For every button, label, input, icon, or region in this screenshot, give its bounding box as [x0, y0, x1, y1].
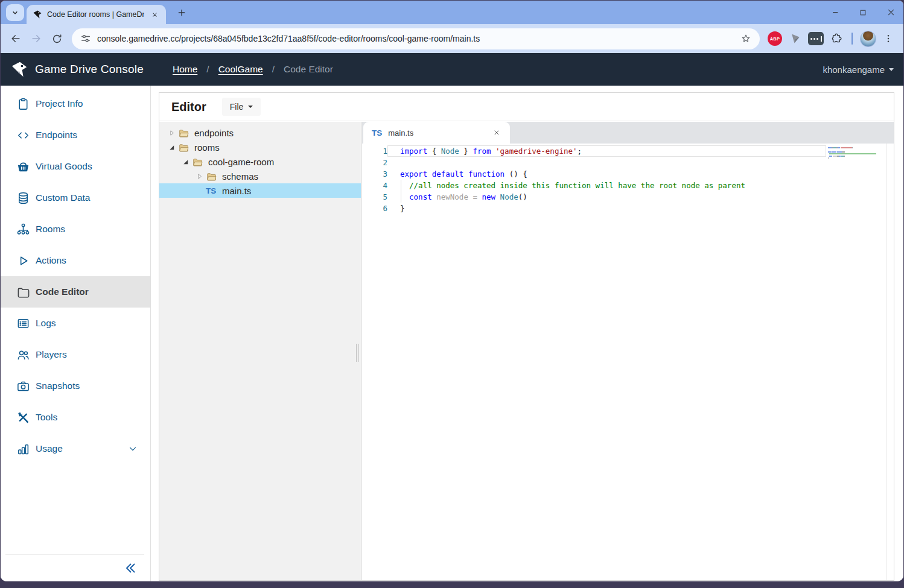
close-window-button[interactable] [884, 6, 897, 19]
sidebar-item-virtual-goods[interactable]: Virtual Goods [1, 151, 150, 182]
editor-tab-close-icon[interactable] [492, 128, 501, 138]
tab-search-button[interactable] [6, 4, 24, 21]
code-text: export default function () { [387, 168, 826, 180]
editor-tab-maints[interactable]: TS main.ts [363, 122, 510, 144]
sidebar-item-logs[interactable]: Logs [1, 308, 150, 339]
chevron-down-icon [127, 443, 138, 454]
tree-item-label: schemas [222, 171, 258, 182]
caret-down-icon [248, 106, 253, 108]
back-button[interactable] [5, 28, 26, 49]
browser-menu-button[interactable] [878, 28, 899, 49]
minimap[interactable] [828, 147, 877, 159]
sidebar-item-actions[interactable]: Actions [1, 245, 150, 276]
camera-icon [15, 378, 31, 394]
sidebar-item-endpoints[interactable]: Endpoints [1, 119, 150, 151]
folder-icon [15, 284, 31, 300]
toolbar-separator [851, 33, 853, 45]
omnibox[interactable]: console.gamedrive.cc/projects/68a045fbde… [72, 28, 760, 49]
sidebar-collapse-button[interactable] [121, 558, 141, 578]
browser-titlebar: Code Editor rooms | GameDrive [1, 1, 903, 24]
sidebar-item-label: Custom Data [36, 192, 90, 203]
code-line-2[interactable]: 2 [362, 157, 894, 168]
sidebar-item-tools[interactable]: Tools [1, 402, 150, 433]
line-number: 1 [362, 145, 387, 157]
breadcrumb-coolgame[interactable]: CoolGame [218, 64, 263, 75]
forward-button[interactable] [26, 28, 46, 49]
folder-icon [192, 156, 207, 167]
sidebar-item-label: Code Editor [36, 286, 89, 297]
reload-icon [51, 33, 63, 45]
sidebar-divider [5, 554, 144, 555]
sidebar-item-label: Usage [36, 443, 63, 454]
tree-collapse-toggle[interactable] [165, 142, 178, 152]
tab-close-icon[interactable] [149, 9, 160, 20]
line-number: 6 [362, 203, 387, 214]
players-icon [15, 347, 31, 362]
tree-expand-toggle[interactable] [193, 171, 206, 181]
sidebar-item-label: Virtual Goods [36, 161, 92, 172]
typescript-file-icon: TS [206, 186, 221, 195]
extensions-puzzle-icon[interactable] [828, 30, 845, 47]
database-icon [15, 190, 31, 206]
forward-arrow-icon [30, 33, 42, 45]
sidebar-item-code-editor[interactable]: Code Editor [1, 276, 150, 308]
browser-tab-title: Code Editor rooms | GameDrive [47, 10, 144, 19]
chevron-down-icon [11, 8, 19, 17]
profile-avatar[interactable] [859, 30, 876, 47]
sidebar-item-usage[interactable]: Usage [1, 433, 150, 464]
site-info-icon[interactable] [80, 33, 91, 44]
tree-scrollbar-thumb[interactable] [356, 344, 359, 362]
code-text: import { Node } from 'gamedrive-engine'; [387, 145, 826, 157]
code-line-1[interactable]: 1import { Node } from 'gamedrive-engine'… [362, 145, 894, 157]
tree-collapse-toggle[interactable] [179, 157, 192, 166]
editor-scrollbar[interactable] [886, 144, 894, 580]
sidebar-item-custom-data[interactable]: Custom Data [1, 182, 150, 213]
adblock-extension-icon[interactable]: ABP [766, 30, 783, 47]
breadcrumb-home[interactable]: Home [173, 64, 197, 75]
tree-item-rooms[interactable]: rooms [159, 140, 361, 154]
user-menu[interactable]: khonkaengame [823, 65, 894, 75]
file-menu-button[interactable]: File [222, 98, 261, 116]
tree-item-endpoints[interactable]: endpoints [159, 125, 361, 140]
sidebar-item-rooms[interactable]: Rooms [1, 213, 150, 245]
folder-icon [178, 127, 193, 138]
tools-icon [15, 409, 31, 425]
app-header: Game Drive Console Home/CoolGame/Code Ed… [1, 53, 903, 86]
tree-item-cool-game-room[interactable]: cool-game-room [159, 154, 361, 169]
tree-item-main-ts[interactable]: TSmain.ts [159, 183, 361, 198]
basket-icon [15, 159, 31, 174]
minimize-button[interactable] [829, 6, 842, 19]
caret-down-icon [889, 68, 894, 71]
maximize-button[interactable] [856, 6, 870, 19]
sidebar-item-project-info[interactable]: Project Info [1, 88, 150, 119]
code-text: //all nodes created inside this function… [387, 180, 826, 191]
code-line-4[interactable]: 4 //all nodes created inside this functi… [362, 180, 894, 191]
sidebar: Project InfoEndpointsVirtual GoodsCustom… [1, 86, 151, 581]
code-lines: 1import { Node } from 'gamedrive-engine'… [362, 145, 894, 214]
sidebar-item-label: Logs [36, 318, 56, 329]
folder-icon [206, 171, 221, 182]
tree-item-schemas[interactable]: schemas [159, 169, 361, 183]
code-line-3[interactable]: 3export default function () { [362, 168, 894, 180]
chevrons-left-icon [124, 561, 138, 575]
sidebar-item-snapshots[interactable]: Snapshots [1, 370, 150, 402]
line-number: 2 [362, 157, 387, 168]
browser-tab[interactable]: Code Editor rooms | GameDrive [27, 5, 166, 24]
url-text[interactable]: console.gamedrive.cc/projects/68a045fbde… [97, 34, 734, 43]
clipboard-icon [15, 96, 31, 112]
app-title: Game Drive Console [35, 63, 144, 76]
new-tab-button[interactable] [174, 5, 189, 20]
tree-expand-toggle[interactable] [165, 128, 178, 138]
browser-toolbar: console.gamedrive.cc/projects/68a045fbde… [1, 24, 903, 53]
code-editor-area[interactable]: 1import { Node } from 'gamedrive-engine'… [362, 144, 894, 580]
plane-extension-icon[interactable] [787, 30, 804, 47]
bookmark-star-icon[interactable] [740, 33, 751, 44]
code-line-5[interactable]: 5 const newNode = new Node() [362, 191, 894, 203]
code-line-6[interactable]: 6} [362, 203, 894, 214]
page-content: Game Drive Console Home/CoolGame/Code Ed… [1, 53, 903, 581]
file-tree: endpointsroomscool-game-roomschemasTSmai… [159, 125, 361, 198]
ellipsis-extension-icon[interactable] [807, 30, 824, 47]
sidebar-item-label: Players [36, 349, 67, 360]
sidebar-item-players[interactable]: Players [1, 339, 150, 370]
reload-button[interactable] [46, 28, 67, 49]
